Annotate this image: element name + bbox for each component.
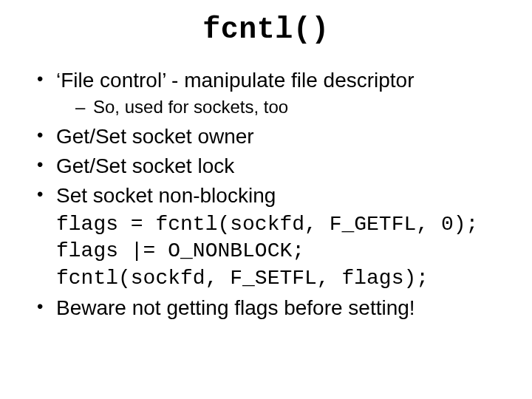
code-block: flags = fcntl(sockfd, F_GETFL, 0); flags… — [56, 211, 511, 292]
sub-bullet-sockets: So, used for sockets, too — [78, 95, 511, 118]
bullet-text: Beware not getting flags before setting! — [56, 296, 415, 319]
bullet-socket-owner: Get/Set socket owner — [41, 123, 511, 150]
code-line-1: flags = fcntl(sockfd, F_GETFL, 0); — [56, 211, 511, 238]
slide-title: fcntl() — [21, 13, 511, 47]
slide: fcntl() ‘File control’ - manipulate file… — [0, 0, 532, 399]
bullet-file-control: ‘File control’ - manipulate file descrip… — [41, 67, 511, 119]
bullet-beware: Beware not getting flags before setting! — [41, 295, 511, 321]
bullet-text: ‘File control’ - manipulate file descrip… — [56, 69, 415, 92]
sub-bullet-text: So, used for sockets, too — [93, 97, 288, 117]
bullet-text: Get/Set socket lock — [56, 154, 234, 177]
code-line-2: flags |= O_NONBLOCK; — [56, 238, 511, 265]
sub-bullet-list: So, used for sockets, too — [56, 95, 511, 118]
bullet-text: Set socket non-blocking — [56, 184, 276, 207]
bullet-text: Get/Set socket owner — [56, 125, 254, 148]
bullet-list: ‘File control’ - manipulate file descrip… — [21, 67, 511, 321]
code-line-3: fcntl(sockfd, F_SETFL, flags); — [56, 265, 511, 292]
bullet-socket-lock: Get/Set socket lock — [41, 153, 511, 180]
bullet-nonblocking: Set socket non-blocking flags = fcntl(so… — [41, 183, 511, 292]
